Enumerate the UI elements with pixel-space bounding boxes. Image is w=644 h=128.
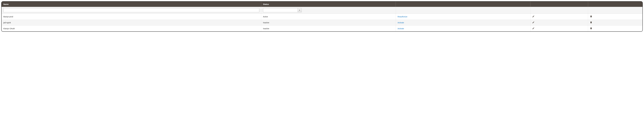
column-header-edit [530,2,588,7]
integrations-table: Name Status [2,2,642,31]
pencil-icon [532,21,534,24]
filter-status-dropdown-button[interactable] [298,8,302,12]
cell-status: Inactive [261,26,396,32]
delete-button[interactable] [590,21,592,24]
cell-name: Klaviyo OAuth [2,26,261,32]
cell-name: klaviyo-prod [2,14,261,20]
action-link[interactable]: Activate [398,22,404,24]
filter-name-input[interactable] [3,8,259,12]
trash-icon [590,21,592,24]
filter-status-value [263,8,298,12]
column-header-status[interactable]: Status [261,2,396,7]
integrations-table-container: Name Status [1,1,643,32]
edit-button[interactable] [532,27,534,29]
action-link[interactable]: Activate [398,28,404,30]
column-header-delete [588,2,642,7]
cell-status: Active [261,14,396,20]
edit-button[interactable] [532,21,534,24]
pencil-icon [532,27,534,29]
delete-button[interactable] [590,27,592,29]
table-row: Klaviyo OAuth Inactive Activate [2,26,642,32]
cell-status: Inactive [261,20,396,26]
table-header-row: Name Status [2,2,642,7]
table-row: klaviyo-prod Active Reauthorize [2,14,642,20]
trash-icon [590,15,592,18]
filter-status-select[interactable] [263,8,302,12]
trash-icon [590,27,592,29]
chevron-down-icon [299,10,300,11]
pencil-icon [532,15,534,18]
action-link[interactable]: Reauthorize [398,16,408,18]
cell-name: jad-ngrok [2,20,261,26]
delete-button[interactable] [590,15,592,18]
table-filter-row [2,7,642,14]
table-row: jad-ngrok Inactive Activate [2,20,642,26]
column-header-name[interactable]: Name [2,2,261,7]
column-header-action [396,2,530,7]
edit-button[interactable] [532,15,534,18]
